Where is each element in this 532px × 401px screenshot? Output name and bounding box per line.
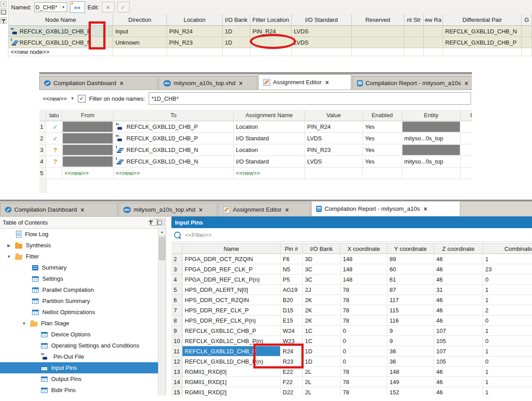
pin-name-cell[interactable]: FPGA_DDR_REF_CLK_P(n) [183, 274, 280, 285]
pin-name-cell[interactable]: RGMII1_RXD[0] [183, 367, 280, 377]
value-cell[interactable]: LVDS [305, 133, 363, 144]
io-bank-cell[interactable]: 2L [303, 367, 341, 377]
chevron-down-icon[interactable]: ▼ [60, 5, 67, 9]
node-finder-button[interactable]: «» [70, 1, 85, 13]
enabled-cell[interactable]: Yes [363, 133, 402, 144]
x-coordinate-cell[interactable]: 78 [341, 387, 387, 396]
to-new-cell[interactable]: <<new>> [114, 168, 234, 179]
io-bank-cell[interactable]: 3C [303, 274, 341, 285]
tab-compilation-report-mitysom-a10s[interactable]: Compilation Report - mitysom_a10s× [311, 201, 460, 216]
column-header[interactable]: Z coordinate [434, 243, 483, 254]
reserved-cell[interactable] [352, 26, 404, 37]
column-header[interactable]: Entity [402, 110, 461, 121]
x-coordinate-cell[interactable]: 0 [341, 356, 387, 367]
float-window-icon[interactable] [157, 219, 164, 226]
x-coordinate-cell[interactable]: 78 [341, 367, 387, 377]
combinational-cell[interactable]: 1 [483, 387, 532, 396]
tree-item-bidir-pins[interactable]: Bidir Pins [0, 385, 158, 396]
column-header[interactable]: I/O Standard [292, 14, 352, 26]
column-header[interactable]: Y coordinate [387, 243, 434, 254]
differential-pair-cell[interactable]: REFCLK_GXBL1D_CHB_P [443, 37, 522, 48]
combinational-cell[interactable]: 0 [483, 315, 532, 326]
pin-name-cell[interactable]: HPS_DDR_OCT_RZQIN [183, 295, 280, 305]
tree-item-plan-stage[interactable]: ▼Plan Stage [0, 318, 158, 329]
entity-cell[interactable]: mityso...0s_top [402, 156, 461, 168]
current-strength-cell[interactable] [404, 26, 424, 37]
combinational-cell[interactable]: 1 [483, 326, 532, 336]
y-coordinate-cell[interactable]: 36 [387, 356, 434, 367]
comment-cell[interactable] [461, 133, 472, 144]
enabled-cell[interactable]: Yes [363, 156, 402, 168]
slew-rate-cell[interactable] [424, 37, 443, 48]
pin-number-cell[interactable]: R23 [280, 356, 303, 367]
pin-name-cell[interactable]: REFCLK_GXBL1D_CHB_P(n) [183, 356, 280, 367]
float-window-icon[interactable] [0, 8, 7, 15]
tab-compilation-dashboard[interactable]: Compilation Dashboard× [0, 203, 118, 216]
io-bank-cell[interactable]: 1C [303, 336, 341, 346]
tab-close-icon[interactable]: × [465, 80, 468, 87]
pin-name-cell[interactable]: FPGA_DDR_OCT_RZQIN [183, 254, 280, 264]
io-bank-cell[interactable]: 2L [303, 377, 341, 387]
comment-cell[interactable] [461, 121, 472, 133]
node-name-filter-input[interactable]: *1D_CHB* [149, 92, 471, 105]
tree-item-partition-summary[interactable]: Partition Summary [0, 295, 158, 307]
pin-name-cell[interactable]: FPGA_DDR_REF_CLK_P [183, 264, 280, 274]
tree-item-flow-log[interactable]: Flow Log [0, 229, 158, 240]
io-bank-cell[interactable]: 1C [303, 326, 341, 336]
y-coordinate-cell[interactable]: 9 [387, 326, 434, 336]
column-header[interactable]: tatu [46, 110, 62, 121]
tree-item-pin-out-file[interactable]: Pin-Out File [0, 351, 158, 362]
column-header[interactable]: I/O Bank [223, 14, 250, 26]
column-header[interactable]: Enabled [363, 110, 402, 121]
io-standard-cell[interactable]: LVDS [292, 37, 352, 48]
entity-cell[interactable]: mityso...0s_top [402, 133, 461, 144]
io-bank-cell[interactable]: 2K [303, 315, 341, 326]
tree-item-netlist-optimizations[interactable]: Netlist Optimizations [0, 307, 158, 318]
value-cell[interactable]: LVDS [305, 156, 363, 168]
chevron-right-icon[interactable]: ▶ [6, 243, 12, 248]
pin-number-cell[interactable]: F22 [280, 377, 303, 387]
tab-close-icon[interactable]: × [285, 206, 289, 213]
z-coordinate-cell[interactable]: 46 [434, 254, 483, 264]
column-header[interactable]: From [62, 110, 114, 121]
pin-number-cell[interactable]: D15 [280, 305, 303, 315]
z-coordinate-cell[interactable]: 107 [434, 346, 483, 356]
slew-rate-cell[interactable] [424, 26, 443, 37]
io-bank-cell[interactable]: 1D [303, 356, 341, 367]
value-cell[interactable]: PIN_R24 [305, 121, 363, 133]
io-bank-cell[interactable]: 1D [223, 26, 250, 37]
z-coordinate-cell[interactable]: 105 [434, 336, 483, 346]
x-coordinate-cell[interactable]: 0 [341, 326, 387, 336]
x-coordinate-cell[interactable]: 78 [341, 315, 387, 326]
column-header[interactable] [39, 110, 46, 121]
column-header[interactable]: Node Name [8, 14, 113, 26]
pin-number-cell[interactable]: R24 [280, 346, 303, 356]
column-header[interactable]: X coordinate [341, 243, 387, 254]
tree-item-settings[interactable]: Settings [0, 273, 158, 284]
from-cell[interactable] [62, 156, 114, 168]
io-bank-cell[interactable]: 3D [303, 254, 341, 264]
fitter-location-cell[interactable] [250, 37, 292, 48]
column-header[interactable]: G [522, 14, 532, 26]
combinational-cell[interactable]: 1 [483, 377, 532, 387]
from-new-cell[interactable]: <<new>> [62, 168, 114, 179]
combinational-cell[interactable]: 1 [483, 254, 532, 264]
to-cell[interactable]: REFCLK_GXBL1D_CHB_N [114, 144, 234, 156]
x-coordinate-cell[interactable]: 148 [341, 264, 387, 274]
z-coordinate-cell[interactable]: 46 [434, 367, 483, 377]
direction-cell[interactable]: Unknown [113, 37, 167, 48]
direction-cell[interactable]: Input [113, 26, 167, 37]
pin-name-cell[interactable]: REFCLK_GXBL1D_CHB_P [183, 346, 280, 356]
column-header[interactable]: Fitter Location [250, 14, 292, 26]
z-coordinate-cell[interactable]: 46 [434, 274, 483, 285]
current-strength-cell[interactable] [404, 37, 424, 48]
tree-item-summary[interactable]: Summary [0, 262, 158, 273]
enabled-cell[interactable]: Yes [363, 121, 402, 133]
x-coordinate-cell[interactable]: 0 [341, 336, 387, 346]
y-coordinate-cell[interactable]: 87 [387, 285, 434, 295]
comment-cell[interactable] [461, 144, 472, 156]
column-header[interactable]: Differential Pair [443, 14, 522, 26]
tree-item-parallel-compilation[interactable]: Parallel Compilation [0, 284, 158, 295]
to-cell[interactable]: REFCLK_GXBL1D_CHB_N [114, 156, 234, 168]
comment-cell[interactable] [461, 156, 472, 168]
